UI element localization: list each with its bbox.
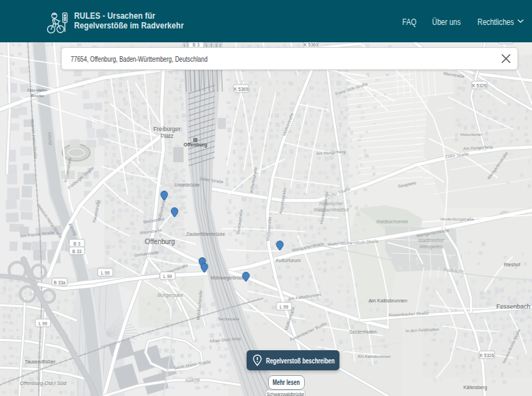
svg-text:Freiburger: Freiburger xyxy=(153,126,180,132)
svg-text:Teichstraße: Teichstraße xyxy=(218,317,240,321)
svg-text:L 99: L 99 xyxy=(280,304,289,309)
svg-text:K 5326: K 5326 xyxy=(480,353,495,358)
svg-text:K 5369: K 5369 xyxy=(234,87,249,92)
svg-text:Hindenburgstraße: Hindenburgstraße xyxy=(441,217,475,221)
svg-text:B 33: B 33 xyxy=(72,249,82,254)
svg-text:Historischer: Historischer xyxy=(460,132,483,137)
svg-text:K 5326: K 5326 xyxy=(472,83,487,88)
svg-text:B 3: B 3 xyxy=(73,241,80,246)
svg-text:Offenburg-Ost / Süd: Offenburg-Ost / Süd xyxy=(19,380,66,386)
svg-text:Brücke: Brücke xyxy=(31,94,44,98)
svg-text:B 33a: B 33a xyxy=(54,280,66,285)
svg-text:Käfersberg: Käfersberg xyxy=(463,385,487,390)
svg-text:Weingarten: Weingarten xyxy=(419,244,443,250)
svg-text:B 3: B 3 xyxy=(193,42,200,47)
svg-text:Unionbrücke: Unionbrücke xyxy=(175,182,200,187)
svg-text:Rieshof: Rieshof xyxy=(504,262,520,267)
svg-text:Offenburg: Offenburg xyxy=(145,237,175,246)
svg-text:Offenburg: Offenburg xyxy=(184,142,207,148)
svg-text:L 99: L 99 xyxy=(101,270,110,275)
svg-text:Seidenfaden: Seidenfaden xyxy=(349,329,376,334)
svg-text:K 5369: K 5369 xyxy=(304,42,319,47)
svg-text:Mühlwegerbrücke: Mühlwegerbrücke xyxy=(211,275,247,281)
svg-text:L 99: L 99 xyxy=(163,274,172,279)
svg-text:Bürgerpark: Bürgerpark xyxy=(157,292,184,298)
svg-text:Kulturforum: Kulturforum xyxy=(276,258,301,263)
svg-text:Waldbachfriedhof: Waldbachfriedhof xyxy=(314,207,350,212)
svg-text:L 99: L 99 xyxy=(39,321,48,326)
svg-text:Am Kalbsbrunnen: Am Kalbsbrunnen xyxy=(357,354,391,359)
svg-text:Tausendfüßler: Tausendfüßler xyxy=(25,359,56,364)
svg-text:Am Kalbsbrunnen: Am Kalbsbrunnen xyxy=(369,298,407,303)
svg-text:Fessenbach: Fessenbach xyxy=(496,303,530,310)
svg-text:Stadtfriedhof: Stadtfriedhof xyxy=(418,238,445,243)
svg-text:Platz: Platz xyxy=(161,132,174,139)
svg-text:Waldbachsenke: Waldbachsenke xyxy=(376,219,409,224)
svg-text:Zauberflötenbrücke: Zauberflötenbrücke xyxy=(186,232,225,236)
svg-text:Otto-Hahn-: Otto-Hahn- xyxy=(27,88,48,92)
